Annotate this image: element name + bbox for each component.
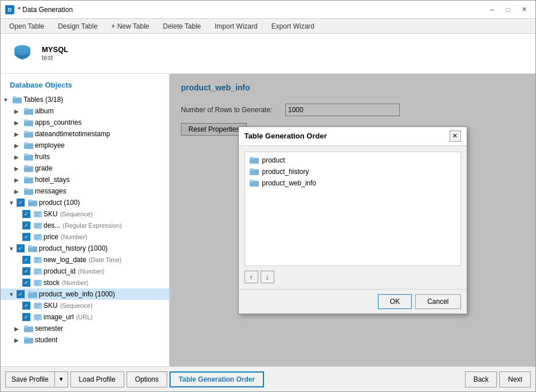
- tree-item-image-url[interactable]: ✓ image_url (URL): [1, 311, 169, 323]
- svg-rect-38: [35, 270, 41, 271]
- maximize-button[interactable]: □: [501, 4, 515, 15]
- tree-item-album[interactable]: ▶ album: [1, 105, 169, 117]
- folder-icon-modal-product: [250, 156, 259, 164]
- checkbox-product-price[interactable]: ✓: [22, 233, 30, 241]
- tree-arrow-messages: ▶: [14, 188, 22, 195]
- modal-close-button[interactable]: ✕: [450, 130, 461, 142]
- svg-rect-56: [250, 157, 254, 159]
- modal-title-bar: Table Generation Order ✕: [239, 127, 467, 146]
- save-profile-dropdown-arrow[interactable]: ▼: [54, 371, 68, 387]
- sidebar-title: Database Objects: [1, 78, 169, 94]
- svg-rect-46: [35, 304, 41, 305]
- folder-icon-employee: [24, 141, 33, 149]
- tree-item-semester[interactable]: ▶ semester: [1, 323, 169, 334]
- checkbox-product-des[interactable]: ✓: [22, 221, 30, 229]
- tree-item-product[interactable]: ▼ ✓ product (100): [1, 197, 169, 208]
- load-profile-button[interactable]: Load Profile: [70, 371, 124, 387]
- checkbox-product-history[interactable]: ✓: [17, 244, 25, 252]
- svg-rect-14: [24, 154, 28, 156]
- table-generation-order-button[interactable]: Table Generation Order: [170, 371, 264, 387]
- tree-item-grade[interactable]: ▶ grade: [1, 163, 169, 174]
- move-up-button[interactable]: ↑: [245, 271, 258, 283]
- checkbox-new-log-date[interactable]: ✓: [22, 256, 30, 264]
- tree-sublabel-stock: (Number): [62, 279, 88, 286]
- tree-sublabel-price: (Number): [61, 233, 87, 240]
- folder-icon-modal-product-history: [250, 168, 259, 175]
- svg-point-2: [14, 50, 30, 56]
- modal-cancel-button[interactable]: Cancel: [415, 294, 460, 309]
- tab-delete-table[interactable]: Delete Table: [157, 21, 208, 32]
- svg-rect-24: [35, 212, 41, 213]
- tree-label-image-url: image_url: [44, 313, 74, 321]
- tree-item-messages[interactable]: ▶ messages: [1, 185, 169, 197]
- checkbox-product-sku[interactable]: ✓: [22, 210, 30, 218]
- tree-item-fruits[interactable]: ▶ fruits: [1, 151, 169, 163]
- folder-icon-grade: [24, 164, 33, 172]
- tree-item-product-des[interactable]: ✓ des... (Regular Expression): [1, 220, 169, 231]
- tree-item-product-history[interactable]: ▼ ✓ product_history (1000): [1, 243, 169, 254]
- tab-design-table[interactable]: Design Table: [52, 21, 104, 32]
- tree-arrow-dateandtime: ▶: [14, 131, 22, 137]
- checkbox-pwi-sku[interactable]: ✓: [22, 302, 30, 310]
- tree-item-student[interactable]: ▶ student: [1, 334, 169, 346]
- folder-icon-tables: [13, 96, 22, 104]
- sidebar: Database Objects ▼ Tables (3/18) ▶ album: [1, 74, 170, 366]
- tree-item-hotel-stays[interactable]: ▶ hotel_stays: [1, 174, 169, 185]
- tree-arrow-product-history: ▼: [9, 246, 17, 252]
- svg-rect-52: [24, 326, 28, 328]
- checkbox-product-id[interactable]: ✓: [22, 267, 30, 275]
- field-icon-des: [34, 222, 42, 229]
- modal-arrows: ↑ ↓: [245, 271, 461, 283]
- tree-item-product-sku[interactable]: ✓ SKU (Sequence): [1, 208, 169, 220]
- tree-label-stock: stock: [44, 279, 60, 287]
- modal-list-item-product-history[interactable]: product_history: [247, 166, 458, 177]
- tree-item-product-price[interactable]: ✓ price (Number): [1, 231, 169, 243]
- save-profile-group: Save Profile ▼: [5, 371, 68, 387]
- tree-tables-root[interactable]: ▼ Tables (3/18): [1, 94, 169, 105]
- tab-new-table[interactable]: + New Table: [105, 21, 155, 32]
- modal-list-item-product-web-info[interactable]: product_web_info: [247, 177, 458, 189]
- tree-item-product-web-info[interactable]: ▼ ✓ product_web_info (1000): [1, 288, 169, 300]
- tree-label-dateandtime: dateandtimetotimestamp: [35, 130, 110, 138]
- close-button[interactable]: ✕: [517, 4, 531, 15]
- svg-rect-49: [35, 315, 41, 316]
- tree-label-semester: semester: [35, 324, 63, 332]
- svg-rect-18: [24, 177, 28, 179]
- tree-sublabel-sku: (Sequence): [60, 211, 93, 217]
- modal-list-item-product[interactable]: product: [247, 155, 458, 166]
- tree-item-new-log-date[interactable]: ✓ new_log_date (Date Time): [1, 254, 169, 266]
- tree-item-stock[interactable]: ✓ stock (Number): [1, 277, 169, 288]
- tab-open-table[interactable]: Open Table: [3, 21, 50, 32]
- tree-label-price: price: [44, 233, 58, 241]
- folder-icon-student: [24, 336, 33, 344]
- modal-ok-button[interactable]: OK: [378, 294, 412, 309]
- tab-import-wizard[interactable]: Import Wizard: [208, 21, 264, 32]
- main-window: D * Data Generation ‒ □ ✕ Open Table Des…: [0, 0, 536, 392]
- modal-list: product product_history: [245, 152, 461, 266]
- tree-arrow-product-web-info: ▼: [9, 291, 17, 298]
- svg-rect-34: [34, 257, 42, 263]
- next-button[interactable]: Next: [499, 371, 531, 387]
- tab-export-wizard[interactable]: Export Wizard: [265, 21, 321, 32]
- tree-arrow-student: ▶: [14, 337, 22, 343]
- back-button[interactable]: Back: [465, 371, 498, 387]
- tree-item-apps-countries[interactable]: ▶ apps_countries: [1, 117, 169, 128]
- modal-footer: OK Cancel: [239, 289, 467, 314]
- checkbox-stock[interactable]: ✓: [22, 279, 30, 287]
- checkbox-product-web-info[interactable]: ✓: [17, 290, 25, 298]
- tree-item-pwi-sku[interactable]: ✓ SKU (Sequence): [1, 300, 169, 311]
- minimize-button[interactable]: ‒: [485, 4, 499, 15]
- options-button[interactable]: Options: [127, 371, 167, 387]
- checkbox-product[interactable]: ✓: [17, 199, 25, 207]
- save-profile-button[interactable]: Save Profile: [5, 371, 54, 387]
- svg-rect-16: [24, 165, 28, 168]
- tree-label-grade: grade: [35, 164, 53, 172]
- tree-item-dateandtime[interactable]: ▶ dateandtimetotimestamp: [1, 128, 169, 140]
- tree-arrow-tables: ▼: [3, 97, 11, 103]
- svg-rect-39: [35, 272, 39, 273]
- tree-item-employee[interactable]: ▶ employee: [1, 140, 169, 151]
- move-down-button[interactable]: ↓: [261, 271, 274, 283]
- tree-item-product-id[interactable]: ✓ product_id (Number): [1, 266, 169, 277]
- checkbox-image-url[interactable]: ✓: [22, 313, 30, 321]
- svg-rect-42: [35, 283, 39, 284]
